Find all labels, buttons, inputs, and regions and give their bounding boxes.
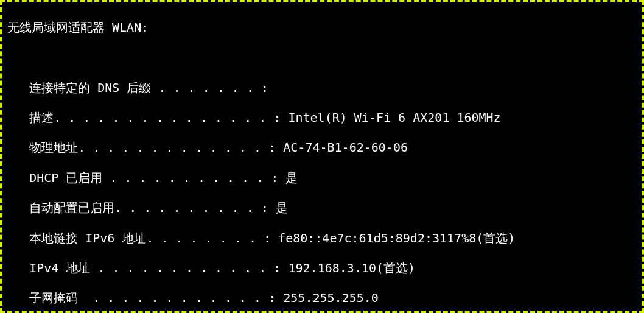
cfg-label: 描述 [29,110,54,125]
cfg-value: 是 [285,171,298,185]
cfg-value: 255.255.255.0 [283,290,379,305]
cfg-value: Intel(R) Wi-Fi 6 AX201 160MHz [288,110,500,125]
cfg-label: 连接特定的 DNS 后缀 [29,80,151,95]
config-row: 本地链接 IPv6 地址. . . . . . . . : fe80::4e7c… [7,231,638,246]
config-row: 物理地址. . . . . . . . . . . . . : AC-74-B1… [7,140,638,155]
cfg-label: DHCP 已启用 [29,171,102,185]
config-row: 子网掩码 . . . . . . . . . . . . : 255.255.2… [7,290,638,306]
config-row: 连接特定的 DNS 后缀 . . . . . . . : [7,80,638,96]
config-row: DHCP 已启用 . . . . . . . . . . . : 是 [7,171,638,186]
cfg-value: 192.168.3.10(首选) [288,261,415,275]
cfg-label: IPv4 地址 [29,261,90,275]
cfg-label: 本地链接 IPv6 地址 [29,231,146,245]
config-row: IPv4 地址 . . . . . . . . . . . . : 192.16… [7,261,638,276]
cfg-label: 子网掩码 [29,290,78,305]
cfg-label: 自动配置已启用 [29,200,114,215]
cfg-value: fe80::4e7c:61d5:89d2:3117%8(首选) [278,231,515,245]
cfg-label: 物理地址 [29,140,78,155]
config-row: 自动配置已启用. . . . . . . . . . : 是 [7,200,638,216]
cfg-value: 是 [276,200,288,215]
config-row: 描述. . . . . . . . . . . . . . . : Intel(… [7,110,638,125]
adapter-header: 无线局域网适配器 WLAN: [7,20,638,35]
terminal-output: 无线局域网适配器 WLAN: 连接特定的 DNS 后缀 . . . . . . … [2,2,642,313]
cfg-value: AC-74-B1-62-60-06 [283,140,408,155]
blank-line [7,50,638,65]
